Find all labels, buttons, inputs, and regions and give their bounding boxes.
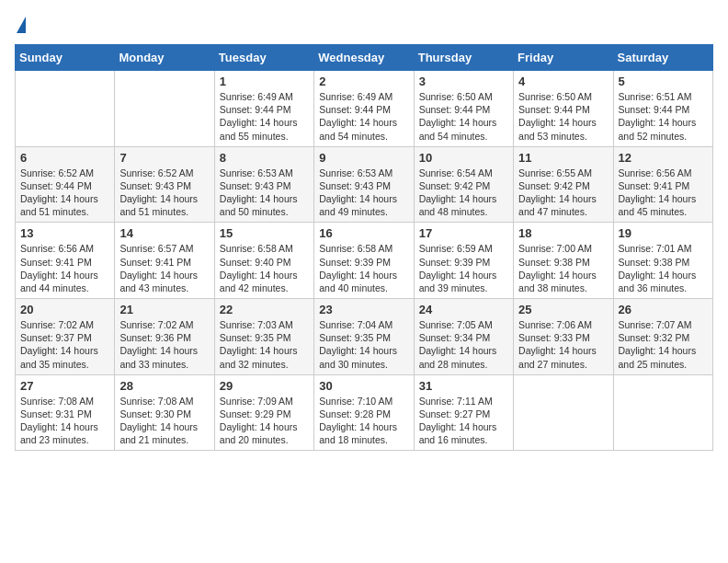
daylight-text: Daylight: 14 hours and 36 minutes.	[619, 269, 708, 294]
sunrise-text: Sunrise: 7:03 AM	[220, 318, 309, 331]
day-number: 9	[319, 151, 408, 165]
day-cell: 14Sunrise: 6:57 AMSunset: 9:41 PMDayligh…	[115, 223, 214, 299]
sunset-text: Sunset: 9:43 PM	[319, 179, 408, 192]
daylight-text: Daylight: 14 hours and 50 minutes.	[220, 192, 309, 218]
day-cell	[16, 71, 115, 147]
day-number: 31	[419, 379, 508, 393]
sunrise-text: Sunrise: 6:50 AM	[419, 90, 508, 103]
sunset-text: Sunset: 9:38 PM	[619, 256, 708, 269]
daylight-text: Daylight: 14 hours and 44 minutes.	[20, 269, 109, 294]
sunset-text: Sunset: 9:41 PM	[20, 256, 109, 269]
day-cell	[613, 374, 712, 451]
sunrise-text: Sunrise: 7:08 AM	[20, 395, 109, 408]
day-cell: 16Sunrise: 6:58 AMSunset: 9:39 PMDayligh…	[314, 223, 414, 299]
sunrise-text: Sunrise: 6:49 AM	[220, 90, 309, 103]
day-header-tuesday: Tuesday	[214, 45, 313, 71]
daylight-text: Daylight: 14 hours and 33 minutes.	[119, 344, 209, 370]
day-cell: 30Sunrise: 7:10 AMSunset: 9:28 PMDayligh…	[314, 374, 414, 451]
day-cell: 1Sunrise: 6:49 AMSunset: 9:44 PMDaylight…	[214, 71, 313, 147]
sunset-text: Sunset: 9:41 PM	[619, 179, 708, 192]
sunrise-text: Sunrise: 6:52 AM	[20, 167, 109, 179]
day-cell: 3Sunrise: 6:50 AMSunset: 9:44 PMDaylight…	[414, 71, 513, 147]
sunset-text: Sunset: 9:35 PM	[220, 331, 309, 344]
daylight-text: Daylight: 14 hours and 25 minutes.	[619, 344, 708, 370]
day-cell	[514, 374, 613, 451]
day-cell	[115, 71, 214, 147]
sunset-text: Sunset: 9:44 PM	[419, 103, 508, 116]
day-number: 16	[319, 226, 408, 240]
week-row-3: 13Sunrise: 6:56 AMSunset: 9:41 PMDayligh…	[16, 223, 713, 299]
day-number: 8	[220, 151, 309, 165]
daylight-text: Daylight: 14 hours and 21 minutes.	[119, 420, 209, 446]
day-number: 28	[119, 379, 209, 393]
sunrise-text: Sunrise: 6:57 AM	[119, 242, 209, 255]
day-number: 11	[518, 151, 608, 165]
sunset-text: Sunset: 9:38 PM	[518, 256, 608, 269]
day-number: 15	[220, 226, 309, 240]
sunset-text: Sunset: 9:44 PM	[20, 179, 109, 192]
week-row-5: 27Sunrise: 7:08 AMSunset: 9:31 PMDayligh…	[16, 374, 713, 451]
daylight-text: Daylight: 14 hours and 23 minutes.	[20, 420, 109, 446]
sunrise-text: Sunrise: 7:07 AM	[619, 318, 708, 331]
day-number: 5	[619, 75, 708, 88]
daylight-text: Daylight: 14 hours and 38 minutes.	[518, 269, 608, 294]
sunrise-text: Sunrise: 6:51 AM	[619, 90, 708, 103]
sunrise-text: Sunrise: 6:53 AM	[220, 167, 309, 179]
daylight-text: Daylight: 14 hours and 51 minutes.	[119, 192, 209, 218]
sunset-text: Sunset: 9:39 PM	[319, 256, 408, 269]
sunset-text: Sunset: 9:32 PM	[619, 331, 708, 344]
daylight-text: Daylight: 14 hours and 32 minutes.	[220, 344, 309, 370]
sunrise-text: Sunrise: 7:11 AM	[419, 395, 508, 408]
day-number: 25	[518, 303, 608, 316]
daylight-text: Daylight: 14 hours and 47 minutes.	[518, 192, 608, 218]
page-header	[15, 15, 713, 35]
sunrise-text: Sunrise: 7:09 AM	[220, 395, 309, 408]
sunset-text: Sunset: 9:43 PM	[220, 179, 309, 192]
daylight-text: Daylight: 14 hours and 30 minutes.	[319, 344, 408, 370]
daylight-text: Daylight: 14 hours and 51 minutes.	[20, 192, 109, 218]
sunset-text: Sunset: 9:29 PM	[220, 408, 309, 420]
day-header-thursday: Thursday	[414, 45, 513, 71]
daylight-text: Daylight: 14 hours and 52 minutes.	[619, 116, 708, 142]
sunset-text: Sunset: 9:43 PM	[119, 179, 209, 192]
sunrise-text: Sunrise: 6:50 AM	[518, 90, 608, 103]
sunrise-text: Sunrise: 7:08 AM	[119, 395, 209, 408]
daylight-text: Daylight: 14 hours and 40 minutes.	[319, 269, 408, 294]
day-number: 13	[20, 226, 109, 240]
daylight-text: Daylight: 14 hours and 53 minutes.	[518, 116, 608, 142]
sunrise-text: Sunrise: 6:59 AM	[419, 242, 508, 255]
day-number: 29	[220, 379, 309, 393]
sunrise-text: Sunrise: 7:10 AM	[319, 395, 408, 408]
day-cell: 21Sunrise: 7:02 AMSunset: 9:36 PMDayligh…	[115, 299, 214, 375]
day-cell: 11Sunrise: 6:55 AMSunset: 9:42 PMDayligh…	[514, 146, 613, 223]
day-number: 10	[419, 151, 508, 165]
sunset-text: Sunset: 9:42 PM	[419, 179, 508, 192]
sunrise-text: Sunrise: 7:04 AM	[319, 318, 408, 331]
sunset-text: Sunset: 9:39 PM	[419, 256, 508, 269]
day-header-monday: Monday	[115, 45, 214, 71]
calendar-table: SundayMondayTuesdayWednesdayThursdayFrid…	[15, 44, 713, 451]
day-number: 19	[619, 226, 708, 240]
sunrise-text: Sunrise: 7:06 AM	[518, 318, 608, 331]
sunrise-text: Sunrise: 6:49 AM	[319, 90, 408, 103]
daylight-text: Daylight: 14 hours and 49 minutes.	[319, 192, 408, 218]
sunrise-text: Sunrise: 6:54 AM	[419, 167, 508, 179]
day-cell: 29Sunrise: 7:09 AMSunset: 9:29 PMDayligh…	[214, 374, 313, 451]
sunset-text: Sunset: 9:35 PM	[319, 331, 408, 344]
sunset-text: Sunset: 9:44 PM	[319, 103, 408, 116]
day-header-sunday: Sunday	[16, 45, 115, 71]
day-cell: 7Sunrise: 6:52 AMSunset: 9:43 PMDaylight…	[115, 146, 214, 223]
daylight-text: Daylight: 14 hours and 43 minutes.	[119, 269, 209, 294]
daylight-text: Daylight: 14 hours and 35 minutes.	[20, 344, 109, 370]
sunset-text: Sunset: 9:40 PM	[220, 256, 309, 269]
logo	[15, 15, 26, 35]
day-number: 6	[20, 151, 109, 165]
daylight-text: Daylight: 14 hours and 45 minutes.	[619, 192, 708, 218]
sunset-text: Sunset: 9:34 PM	[419, 331, 508, 344]
daylight-text: Daylight: 14 hours and 39 minutes.	[419, 269, 508, 294]
day-cell: 22Sunrise: 7:03 AMSunset: 9:35 PMDayligh…	[214, 299, 313, 375]
daylight-text: Daylight: 14 hours and 54 minutes.	[419, 116, 508, 142]
day-cell: 6Sunrise: 6:52 AMSunset: 9:44 PMDaylight…	[16, 146, 115, 223]
sunrise-text: Sunrise: 6:58 AM	[319, 242, 408, 255]
day-number: 24	[419, 303, 508, 316]
